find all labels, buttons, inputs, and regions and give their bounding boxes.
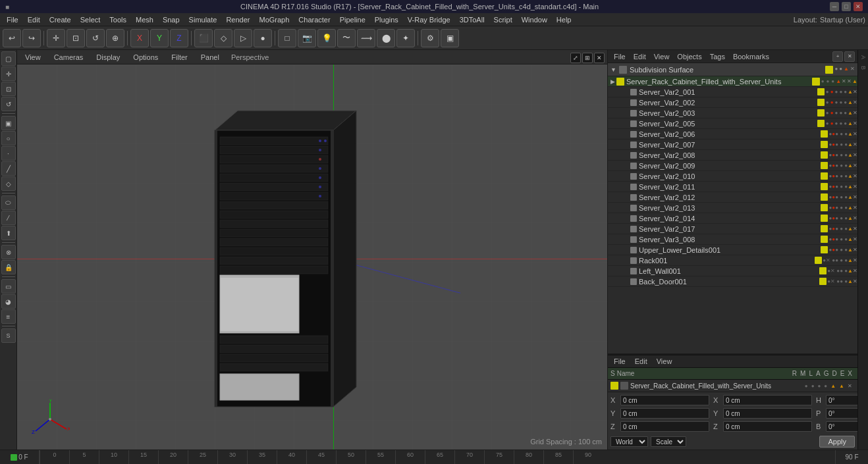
obj-row-server-var2-001[interactable]: Server_Var2_001 ● ● ● ● ● ▲ ✕ (608, 87, 857, 97)
attr-view[interactable]: View (653, 357, 676, 366)
mat-item-row[interactable]: Server_Rack_Cabinet_Filled_with_Server_U… (608, 380, 857, 392)
transform-tool[interactable]: ⊕ (106, 29, 124, 47)
polygon-btn[interactable]: ◇ (214, 29, 232, 47)
scale-tool[interactable]: ⊡ (67, 29, 85, 47)
play-btn[interactable]: ▷ (234, 29, 252, 47)
z-rot-input[interactable] (723, 421, 812, 432)
cube-btn[interactable]: □ (278, 29, 296, 47)
obj-row-rack[interactable]: Rack001 ● ✕ ● ● ● ● ▲ ✕ (608, 255, 857, 266)
menu-help[interactable]: Help (553, 14, 576, 25)
viewport-menu-options[interactable]: Options (129, 53, 162, 62)
material-lt[interactable]: ◕ (1, 294, 16, 309)
snap-tool[interactable]: 🔒 (1, 260, 16, 274)
x-axis-btn[interactable]: X (130, 29, 149, 47)
floor-obj[interactable]: ▭ (1, 279, 16, 294)
redo-button[interactable]: ↪ (22, 29, 41, 47)
record-btn[interactable]: ● (254, 29, 272, 47)
python-lt[interactable]: S (1, 328, 16, 343)
rotate-tool[interactable]: ↺ (86, 29, 105, 47)
obj-row-3[interactable]: Server_Var2_003 ● ● ● ● ● ▲ ✕ (608, 108, 857, 118)
extrude-tool[interactable]: ⬆ (1, 226, 16, 240)
menu-snap[interactable]: Snap (159, 14, 184, 25)
move-tool-lt[interactable]: ✛ (1, 66, 16, 81)
obj-menu-edit[interactable]: Edit (630, 52, 649, 61)
object-tree[interactable]: Server_Var2_001 ● ● ● ● ● ▲ ✕ Server_Var… (608, 87, 857, 353)
y-rot-input[interactable] (723, 408, 812, 419)
viewport-canvas[interactable]: Y X Z Grid Spacing : 100 cm (17, 64, 607, 450)
viewport-menu-display[interactable]: Display (92, 53, 124, 62)
subdiv-arrow[interactable]: ▼ (610, 66, 616, 73)
z-pos-input[interactable] (620, 421, 709, 432)
minimize-button[interactable]: ─ (830, 2, 839, 11)
root-object-row[interactable]: ▶ Server_Rack_Cabinet_Filled_with_Server… (608, 76, 857, 87)
obj-menu-file[interactable]: File (610, 52, 629, 61)
menu-vray[interactable]: V-Ray Bridge (404, 14, 454, 25)
obj-row-8[interactable]: Server_Var2_009 ● ● ● ● ● ▲ ✕ (608, 161, 857, 171)
viewport-layout[interactable]: ⊞ (582, 53, 593, 63)
menu-file[interactable]: File (3, 14, 22, 25)
obj-row-9[interactable]: Server_Var2_010 ● ● ● ● ● ▲ ✕ (608, 171, 857, 182)
layer-lt[interactable]: ≡ (1, 309, 16, 324)
paint-btn[interactable]: ⬤ (377, 29, 395, 47)
select-tool[interactable]: ▢ (1, 51, 16, 66)
obj-row-4[interactable]: Server_Var2_005 ● ● ● ● ● ▲ ✕ (608, 118, 857, 129)
menu-3dtoall[interactable]: 3DToAll (456, 14, 489, 25)
viewport-menu-view[interactable]: View (21, 53, 45, 62)
deform-btn[interactable]: ⟿ (357, 29, 375, 47)
menu-mesh[interactable]: Mesh (132, 14, 157, 25)
obj-row-left-wall[interactable]: Left_Wall001 ● ✕ ● ● ● ▲ ✕ (608, 266, 857, 276)
obj-row-6[interactable]: Server_Var2_007 ● ● ● ● ● ▲ ✕ (608, 140, 857, 150)
menu-tools[interactable]: Tools (105, 14, 130, 25)
obj-row-back-door[interactable]: Back_Door001 ● ✕ ● ● ● ▲ ✕ (608, 276, 857, 287)
menu-window[interactable]: Window (518, 14, 551, 25)
x-rot-input[interactable] (723, 395, 812, 405)
obj-close-btn[interactable]: ✕ (844, 51, 855, 62)
obj-row-7[interactable]: Server_Var2_008 ● ● ● ● ● ▲ ✕ (608, 150, 857, 161)
menu-select[interactable]: Select (76, 14, 105, 25)
tag-btn[interactable]: ✦ (396, 29, 415, 47)
sculpt-brush[interactable]: ⬭ (1, 195, 16, 210)
y-axis-btn[interactable]: Y (150, 29, 169, 47)
undo-button[interactable]: ↩ (3, 29, 21, 47)
model-mode[interactable]: ▣ (1, 116, 16, 130)
world-dropdown[interactable]: World Object (610, 436, 648, 447)
attr-file[interactable]: File (610, 357, 629, 366)
menu-simulate[interactable]: Simulate (185, 14, 221, 25)
obj-row-2[interactable]: Server_Var2_002 ● ● ● ● ● ▲ ✕ (608, 97, 857, 108)
viewport-menu-cameras[interactable]: Cameras (50, 53, 88, 62)
scale-tool-lt[interactable]: ⊡ (1, 82, 16, 96)
poly-mode[interactable]: ◇ (1, 176, 16, 191)
z-axis-btn[interactable]: Z (170, 29, 188, 47)
vtab-2[interactable]: B (859, 63, 867, 72)
menu-plugins[interactable]: Plugins (371, 14, 402, 25)
x-pos-input[interactable] (620, 395, 709, 405)
move-tool[interactable]: ✛ (47, 29, 65, 47)
viewport-close[interactable]: ✕ (594, 53, 605, 63)
vtab-1[interactable]: A (859, 53, 867, 62)
object-mode[interactable]: ○ (1, 131, 16, 145)
obj-row-10[interactable]: Server_Var2_011 ● ● ● ● ● ▲ ✕ (608, 182, 857, 192)
menu-pipeline[interactable]: Pipeline (336, 14, 369, 25)
attr-edit[interactable]: Edit (632, 357, 651, 366)
obj-menu-tags[interactable]: Tags (707, 52, 728, 61)
viewport-menu-panel[interactable]: Panel (197, 53, 223, 62)
null-object[interactable]: ⬛ (194, 29, 213, 47)
render-view[interactable]: ▣ (441, 29, 459, 47)
obj-row-upper[interactable]: Upper_Lower_Details001 ● ● ● ● ● ▲ ✕ (608, 245, 857, 255)
close-button[interactable]: ✕ (854, 2, 863, 11)
menu-render[interactable]: Render (222, 14, 254, 25)
menu-character[interactable]: Character (294, 14, 334, 25)
edge-mode[interactable]: ╱ (1, 161, 16, 176)
light-btn[interactable]: 💡 (317, 29, 336, 47)
apply-button[interactable]: Apply (819, 436, 855, 448)
obj-menu-objects[interactable]: Objects (674, 52, 705, 61)
menu-mograph[interactable]: MoGraph (255, 14, 293, 25)
y-pos-input[interactable] (620, 408, 709, 419)
render-settings[interactable]: ⚙ (421, 29, 439, 47)
obj-menu-bookmarks[interactable]: Bookmarks (730, 52, 773, 61)
menu-create[interactable]: Create (45, 14, 75, 25)
timeline-track[interactable]: 0 5 10 15 20 25 30 35 40 45 50 55 60 65 … (40, 450, 835, 464)
maximize-button[interactable]: □ (842, 2, 851, 11)
obj-menu-view[interactable]: View (651, 52, 673, 61)
viewport-expand[interactable]: ⤢ (570, 53, 581, 63)
